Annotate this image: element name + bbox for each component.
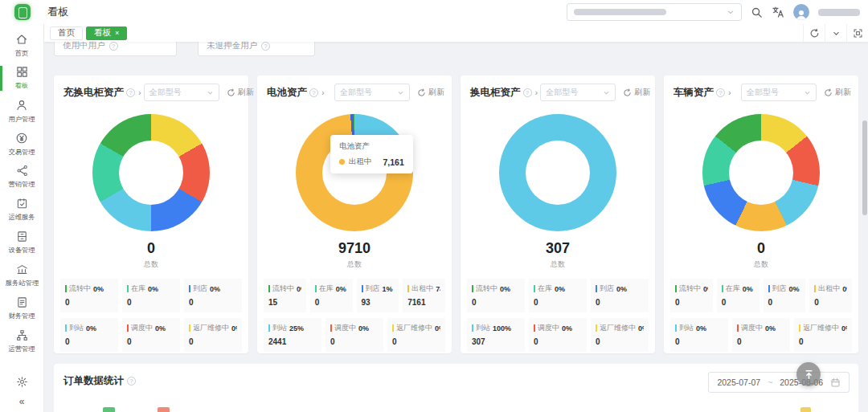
- refresh-icon[interactable]: [803, 24, 825, 42]
- stat-header: 返厂维修中 0%: [189, 323, 237, 333]
- sidebar-item-stations[interactable]: 服务站管理: [0, 259, 43, 292]
- refresh-label: 刷新: [634, 87, 650, 98]
- stat-cell: 流转中 0% 15: [264, 279, 306, 312]
- stats-row: 到站 0% 0 调度中 0% 0 返厂维修中 0% 0: [670, 318, 852, 352]
- asset-card: 换电柜资产 ? › 全部型号 刷新 307: [461, 75, 655, 353]
- filter-active-users[interactable]: 使用中用户 ?: [54, 42, 177, 56]
- stat-percent: 0%: [93, 285, 104, 293]
- stat-value: 0: [392, 337, 440, 346]
- stat-header: 到站 100%: [472, 323, 520, 333]
- sidebar-item-transactions[interactable]: 交易管理: [0, 128, 43, 161]
- model-filter-value: 全部型号: [546, 87, 578, 98]
- stat-color-bar: [737, 324, 739, 332]
- legend-chip-yellow[interactable]: [800, 407, 811, 412]
- translate-icon[interactable]: [772, 6, 784, 18]
- stat-header: 在库 0%: [722, 284, 755, 294]
- refresh-button[interactable]: 刷新: [824, 87, 851, 98]
- model-filter-select[interactable]: 全部型号: [334, 84, 410, 101]
- sidebar-item-finance[interactable]: 财务管理: [0, 292, 43, 325]
- sidebar-item-home[interactable]: 首页: [0, 29, 43, 62]
- stat-color-bar: [127, 324, 129, 332]
- asset-card: 充换电柜资产 ? › 全部型号 刷新 0 总: [54, 75, 248, 353]
- stat-header: 在库 0%: [127, 284, 175, 294]
- stat-percent: 0%: [789, 285, 800, 293]
- gear-icon[interactable]: [16, 376, 28, 388]
- model-filter-select[interactable]: 全部型号: [741, 84, 817, 101]
- stat-cell: 到店 0% 0: [184, 279, 242, 312]
- refresh-button[interactable]: 刷新: [623, 87, 650, 98]
- sidebar-item-marketing[interactable]: 营销管理: [0, 161, 43, 194]
- donut-chart[interactable]: [499, 114, 616, 231]
- collapse-sidebar-icon[interactable]: «: [19, 396, 25, 407]
- chevron-right-icon[interactable]: ›: [728, 88, 731, 97]
- legend-chip-green[interactable]: [103, 407, 115, 412]
- back-to-top-button[interactable]: [796, 362, 821, 386]
- stat-header: 调度中 0%: [534, 323, 582, 333]
- legend-chip-red[interactable]: [158, 407, 170, 412]
- tooltip-title: 电池资产: [339, 141, 404, 152]
- stat-name: 流转中: [69, 284, 91, 294]
- user-avatar[interactable]: [793, 4, 809, 20]
- donut-chart[interactable]: [92, 114, 210, 231]
- tab-dashboard[interactable]: 看板 ×: [86, 27, 127, 40]
- org-select[interactable]: [567, 3, 742, 21]
- stat-color-bar: [127, 285, 129, 292]
- stat-color-bar: [268, 324, 270, 332]
- stat-value: 0: [65, 337, 113, 346]
- refresh-label: 刷新: [428, 87, 444, 98]
- fullscreen-icon[interactable]: [846, 24, 868, 42]
- refresh-button[interactable]: 刷新: [227, 87, 254, 98]
- stats-grid: 流转中 0% 0 在库 0% 0 到店 0% 0 出租中 0: [664, 270, 858, 352]
- sidebar-item-label: 运维服务: [8, 213, 35, 222]
- stat-color-bar: [799, 324, 800, 332]
- stat-cell: 到站 25% 2441: [264, 318, 321, 352]
- search-icon[interactable]: [751, 6, 763, 18]
- total-label: 总数: [257, 259, 452, 270]
- stat-cell: 到站 0% 0: [60, 318, 118, 352]
- donut-chart-wrap: [664, 106, 858, 239]
- date-range-picker[interactable]: 2025-07-07 ~ 2025-08-06: [708, 372, 850, 393]
- stat-percent: 0%: [703, 285, 708, 293]
- model-filter-select[interactable]: 全部型号: [144, 84, 219, 101]
- sidebar-item-label: 看板: [15, 81, 29, 91]
- username-redacted[interactable]: [818, 9, 860, 16]
- chevron-right-icon[interactable]: ›: [321, 88, 325, 97]
- sidebar-item-users[interactable]: 用户管理: [0, 95, 43, 128]
- total-label: 总数: [664, 259, 858, 270]
- stat-header: 在库 0%: [315, 284, 348, 294]
- refresh-icon: [824, 88, 833, 97]
- stat-percent: 0%: [841, 324, 847, 332]
- stat-header: 在库 0%: [534, 284, 582, 294]
- donut-chart[interactable]: [702, 114, 820, 231]
- close-tab-icon[interactable]: ×: [115, 30, 119, 37]
- topbar-actions: [567, 3, 868, 21]
- stat-value: 0: [189, 337, 237, 346]
- date-start[interactable]: 2025-07-07: [717, 377, 760, 387]
- tab-home[interactable]: 首页: [50, 27, 83, 40]
- stat-cell: 到站 100% 307: [467, 318, 525, 352]
- sidebar-item-maintenance[interactable]: 运维服务: [0, 194, 43, 226]
- filter-deposit-users[interactable]: 未退押金用户 ?: [198, 42, 315, 56]
- stat-color-bar: [65, 324, 67, 332]
- stat-cell: 返厂维修中 0% 0: [794, 318, 852, 352]
- sidebar-item-label: 服务站管理: [5, 279, 38, 288]
- stat-color-bar: [534, 285, 535, 292]
- chevron-right-icon[interactable]: ›: [535, 88, 538, 97]
- chevron-right-icon[interactable]: ›: [138, 88, 141, 97]
- vertical-scrollbar[interactable]: [862, 120, 867, 215]
- filter-row: 使用中用户 ? 未退押金用户 ?: [54, 42, 858, 56]
- help-icon: ?: [109, 42, 118, 51]
- brand-logo[interactable]: [14, 4, 31, 20]
- sidebar-item-devices[interactable]: 设备管理: [0, 226, 43, 259]
- sidebar-item-operations[interactable]: 运营管理: [0, 325, 43, 358]
- model-filter-select[interactable]: 全部型号: [540, 84, 616, 101]
- user-icon: [15, 99, 28, 112]
- refresh-icon: [417, 88, 426, 97]
- chevron-down-icon[interactable]: [825, 24, 846, 42]
- refresh-button[interactable]: 刷新: [417, 87, 444, 98]
- stat-cell: 出租中 0% 0: [809, 279, 852, 312]
- stat-cell: 返厂维修中 0% 0: [591, 318, 649, 352]
- stat-color-bar: [534, 324, 535, 332]
- stat-percent: 0%: [616, 285, 627, 293]
- sidebar-item-dashboard[interactable]: 看板: [0, 62, 43, 95]
